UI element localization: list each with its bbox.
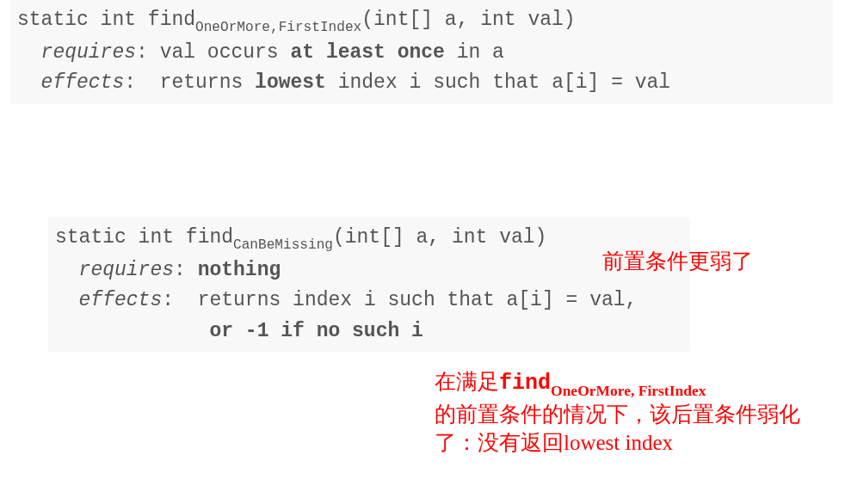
spec-block-canbemissing: static int findCanBeMissing(int[] a, int… — [48, 218, 690, 352]
signature-line: static int findCanBeMissing(int[] a, int… — [55, 223, 683, 255]
effects-label: effects — [79, 289, 163, 311]
colon: : — [174, 259, 198, 281]
signature-line: static int findOneOrMore,FirstIndex(int[… — [17, 5, 826, 38]
colon: : — [124, 71, 148, 94]
effects-line: effects: returns index i such that a[i] … — [55, 286, 683, 317]
effects-label: effects — [41, 71, 125, 94]
effects-line-2: or -1 if no such i — [55, 317, 683, 347]
eff-bold: lowest — [255, 71, 326, 94]
annotation-postcond-weakened: 在满足findOneOrMore, FirstIndex 的前置条件的情况下，该… — [435, 367, 839, 458]
note-part1: 在满足 — [435, 370, 499, 393]
effects-line: effects: returns lowest index i such tha… — [17, 68, 826, 99]
req-text-2: in a — [445, 41, 504, 64]
sig-suffix: (int[] a, int val) — [361, 9, 575, 31]
colon: : — [162, 289, 186, 311]
spec-block-oneormore: static int findOneOrMore,FirstIndex(int[… — [10, 0, 833, 104]
note-fn: find — [499, 371, 551, 396]
sig-prefix: static int find — [17, 9, 195, 31]
requires-line: requires: nothing — [55, 255, 683, 286]
sig-prefix: static int find — [55, 226, 233, 249]
annotation-text: 前置条件更弱了 — [602, 249, 753, 273]
note-part2: 的前置条件的情况下，该后置条件弱化了：没有返回lowest index — [435, 403, 800, 455]
sig-subscript: CanBeMissing — [233, 237, 333, 253]
sig-suffix: (int[] a, int val) — [333, 226, 546, 249]
req-text-1: val occurs — [160, 41, 291, 64]
eff-bold-2: or -1 if no such i — [209, 320, 422, 342]
requires-line: requires: val occurs at least once in a — [17, 38, 826, 69]
eff-text-1: returns — [160, 71, 255, 94]
requires-label: requires — [79, 259, 174, 281]
eff-text-2: index i such that a[i] = val — [326, 71, 670, 94]
eff-text-1: returns index i such that a[i] = val, — [198, 289, 638, 311]
req-bold: nothing — [198, 259, 281, 281]
requires-label: requires — [41, 41, 136, 64]
colon: : — [136, 41, 160, 64]
sig-subscript: OneOrMore,FirstIndex — [195, 20, 361, 35]
req-bold: at least once — [290, 41, 444, 64]
note-fn-sub: OneOrMore, FirstIndex — [551, 382, 706, 399]
annotation-weaker-precond: 前置条件更弱了 — [602, 247, 753, 276]
